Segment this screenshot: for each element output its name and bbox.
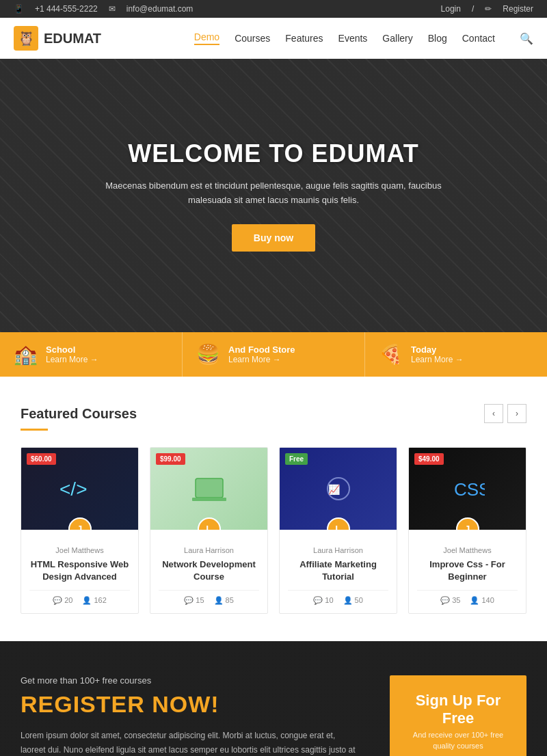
svg-rect-1	[196, 478, 223, 498]
category-item-school: 🏫 School Learn More →	[0, 332, 183, 377]
students-4: 👤 140	[470, 596, 494, 605]
cat-link-today[interactable]: Learn More →	[411, 355, 464, 364]
cat-title-today: Today	[411, 345, 464, 355]
phone-number: +1 444-555-2222	[35, 4, 98, 14]
food-icon: 🍔	[196, 343, 220, 366]
register-tagline: Get more than 100+ free courses	[21, 675, 362, 686]
course-meta-2: 💬 15 👤 85	[159, 590, 259, 605]
cat-title-school: School	[46, 345, 98, 355]
course-body-1: Joel Matthews HTML Responsive Web Design…	[21, 530, 138, 613]
course-thumb-2: $99.00 L	[150, 448, 267, 530]
top-bar-left: 📱 +1 444-555-2222 ✉ info@edumat.com	[14, 4, 193, 14]
category-item-today: 🍕 Today Learn More →	[365, 332, 547, 377]
svg-text:CSS: CSS	[454, 479, 485, 500]
register-left: Get more than 100+ free courses REGISTER…	[21, 675, 362, 756]
signup-panel: Sign Up For Free And receive over 100+ f…	[390, 675, 526, 756]
phone-icon: 📱	[14, 4, 24, 14]
cat-link-food[interactable]: Learn More →	[228, 355, 295, 364]
students-1: 👤 162	[82, 596, 106, 605]
nav-demo[interactable]: Demo	[194, 31, 219, 45]
course-body-3: Laura Harrison Affiliate Marketing Tutor…	[280, 530, 397, 613]
email-address: info@edumat.com	[126, 4, 194, 14]
instructor-name-4: Joel Matthews	[417, 546, 518, 554]
students-2: 👤 85	[214, 596, 234, 605]
email-icon: ✉	[109, 4, 116, 14]
price-badge-1: $60.00	[27, 453, 56, 465]
svg-text:</>: </>	[59, 478, 87, 500]
cat-link-school[interactable]: Learn More →	[46, 355, 98, 364]
nav-contact[interactable]: Contact	[462, 33, 495, 44]
instructor-name-3: Laura Harrison	[288, 546, 388, 554]
course-title-4: Improve Css - For Beginner	[417, 558, 518, 583]
section-title: Featured Courses	[21, 406, 137, 422]
search-icon[interactable]: 🔍	[520, 32, 533, 45]
section-header: Featured Courses ‹ ›	[21, 404, 526, 423]
nav-gallery[interactable]: Gallery	[382, 33, 412, 44]
register-section: Get more than 100+ free courses REGISTER…	[0, 641, 547, 756]
course-thumb-4: CSS $49.00 J	[409, 448, 526, 530]
instructor-name-2: Laura Harrison	[159, 546, 259, 554]
nav-features[interactable]: Features	[285, 33, 323, 44]
hero-description: Maecenas bibendum est et tincidunt pelle…	[96, 179, 451, 208]
course-title-1: HTML Responsive Web Design Advanced	[29, 558, 130, 583]
section-underline	[21, 429, 48, 431]
today-icon: 🍕	[379, 343, 403, 366]
svg-text:📈: 📈	[328, 484, 341, 496]
students-3: 👤 50	[343, 596, 363, 605]
course-thumb-3: 📈 Free L	[280, 448, 397, 530]
nav-events[interactable]: Events	[338, 33, 368, 44]
svg-rect-2	[192, 498, 226, 501]
register-text: Lorem ipsum dolor sit amet, consectetur …	[21, 729, 362, 756]
logo: 🦉 EDUMAT	[14, 26, 101, 51]
price-badge-4: $49.00	[414, 453, 444, 465]
comments-2: 💬 15	[184, 596, 204, 605]
course-card-1: </> $60.00 J Joel Matthews HTML Responsi…	[21, 447, 139, 614]
course-meta-1: 💬 20 👤 162	[29, 590, 130, 605]
comments-1: 💬 20	[53, 596, 72, 605]
hero-content: WELCOME TO EDUMAT Maecenas bibendum est …	[96, 139, 451, 252]
prev-arrow[interactable]: ‹	[484, 404, 503, 423]
course-card-4: CSS $49.00 J Joel Matthews Improve Css -…	[408, 447, 526, 614]
course-card-2: $99.00 L Laura Harrison Network Developm…	[150, 447, 268, 614]
nav-links: Demo Courses Features Events Gallery Blo…	[194, 31, 533, 45]
register-headline: REGISTER NOW!	[21, 691, 362, 718]
hero-section: WELCOME TO EDUMAT Maecenas bibendum est …	[0, 59, 547, 332]
carousel-arrows: ‹ ›	[484, 404, 526, 423]
courses-grid: </> $60.00 J Joel Matthews HTML Responsi…	[21, 447, 526, 614]
register-inner: Get more than 100+ free courses REGISTER…	[21, 675, 526, 756]
course-thumb-1: </> $60.00 J	[21, 448, 138, 530]
course-body-2: Laura Harrison Network Development Cours…	[150, 530, 267, 613]
price-badge-2: $99.00	[156, 453, 185, 465]
comments-3: 💬 10	[313, 596, 333, 605]
logo-text: EDUMAT	[44, 31, 101, 46]
top-bar: 📱 +1 444-555-2222 ✉ info@edumat.com Logi…	[0, 0, 547, 18]
featured-courses-section: Featured Courses ‹ › </> $60.00 J Joel M…	[0, 377, 547, 641]
course-meta-3: 💬 10 👤 50	[288, 590, 388, 605]
price-badge-3: Free	[285, 453, 308, 465]
edit-icon: ✏	[485, 4, 492, 14]
course-card-3: 📈 Free L Laura Harrison Affiliate Market…	[279, 447, 397, 614]
comments-4: 💬 35	[440, 596, 460, 605]
hero-title: WELCOME TO EDUMAT	[96, 139, 451, 168]
course-title-3: Affiliate Marketing Tutorial	[288, 558, 388, 583]
top-bar-right: Login / ✏ Register	[441, 4, 533, 14]
course-body-4: Joel Matthews Improve Css - For Beginner…	[409, 530, 526, 613]
cat-title-food: And Food Store	[228, 345, 295, 355]
course-title-2: Network Development Course	[159, 558, 259, 583]
school-icon: 🏫	[14, 343, 38, 366]
next-arrow[interactable]: ›	[507, 404, 526, 423]
category-strip: 🏫 School Learn More → 🍔 And Food Store L…	[0, 332, 547, 377]
nav-blog[interactable]: Blog	[428, 33, 447, 44]
signup-subtitle: And receive over 100+ free quality cours…	[403, 730, 513, 751]
instructor-name-1: Joel Matthews	[29, 546, 130, 554]
course-meta-4: 💬 35 👤 140	[417, 590, 518, 605]
login-link[interactable]: Login	[441, 4, 461, 14]
nav-courses[interactable]: Courses	[235, 33, 270, 44]
category-item-food: 🍔 And Food Store Learn More →	[183, 332, 365, 377]
hero-buy-button[interactable]: Buy now	[232, 224, 315, 252]
main-nav: 🦉 EDUMAT Demo Courses Features Events Ga…	[0, 18, 547, 59]
signup-title: Sign Up For Free	[403, 692, 513, 727]
logo-icon: 🦉	[14, 26, 38, 51]
register-link[interactable]: Register	[503, 4, 533, 14]
